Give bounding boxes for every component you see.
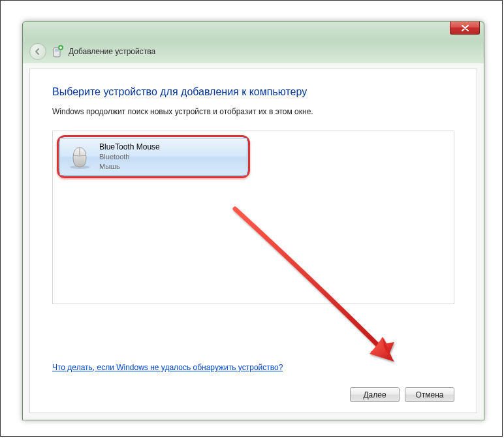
close-button[interactable] — [450, 22, 480, 35]
page-subtext: Windows продолжит поиск новых устройств … — [52, 107, 454, 116]
arrow-left-icon — [34, 48, 42, 55]
button-row: Далее Отмена — [350, 387, 454, 402]
device-category: Мышь — [99, 162, 160, 172]
device-item-bluetooth-mouse[interactable]: BlueTooth Mouse Bluetooth Мышь — [59, 138, 247, 176]
titlebar[interactable] — [23, 22, 484, 40]
content-panel: Выберите устройство для добавления к ком… — [29, 69, 477, 413]
help-link[interactable]: Что делать, если Windows не удалось обна… — [52, 363, 283, 372]
next-button[interactable]: Далее — [350, 387, 400, 402]
back-button[interactable] — [29, 43, 46, 60]
mouse-icon — [65, 142, 94, 171]
page-heading: Выберите устройство для добавления к ком… — [52, 86, 454, 98]
device-name: BlueTooth Mouse — [99, 142, 160, 152]
svg-rect-1 — [55, 49, 59, 52]
nav-bar: Добавление устройства — [23, 40, 484, 63]
window-title: Добавление устройства — [69, 47, 155, 56]
device-type: Bluetooth — [99, 152, 160, 162]
dialog-window: Добавление устройства Выберите устройств… — [22, 21, 484, 420]
add-device-icon — [52, 45, 63, 58]
close-icon — [462, 25, 469, 31]
device-list: BlueTooth Mouse Bluetooth Мышь — [52, 131, 454, 304]
cancel-button[interactable]: Отмена — [405, 387, 454, 402]
device-labels: BlueTooth Mouse Bluetooth Мышь — [99, 142, 160, 172]
annotation-highlight: BlueTooth Mouse Bluetooth Мышь — [57, 135, 250, 178]
